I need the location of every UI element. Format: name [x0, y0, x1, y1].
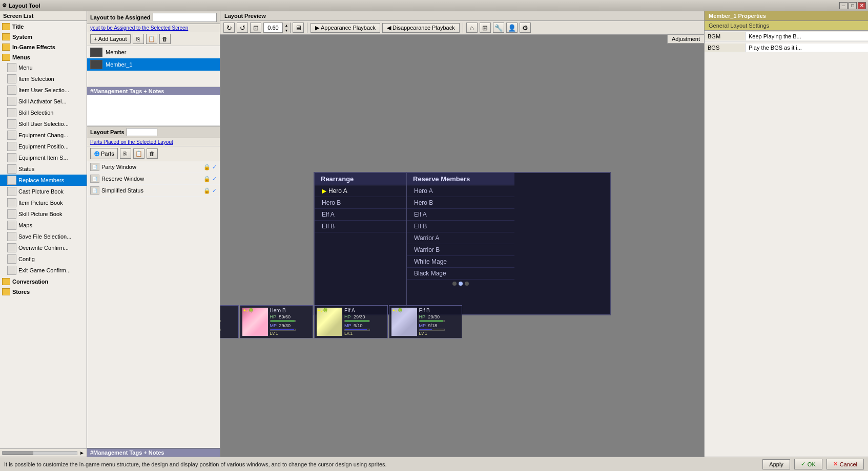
part-item-reserve-window[interactable]: 📄Reserve Window🔒✓: [87, 173, 220, 185]
disappearance-playback-button[interactable]: ◀ Disappearance Playback: [382, 23, 460, 33]
scale-up-button[interactable]: ▲: [283, 23, 290, 28]
adjustment-button[interactable]: Adjustment: [667, 35, 704, 44]
screen-icon: [7, 97, 16, 106]
folder-icon: [2, 44, 10, 51]
ok-button[interactable]: ✓ OK: [794, 459, 822, 469]
maximize-button[interactable]: □: [849, 2, 857, 9]
delete-part-button[interactable]: 🗑: [147, 148, 158, 159]
title-bar: ⚙ Layout Tool ─ □ ✕: [0, 0, 868, 11]
avatar-elf-b: ✦♪🍀: [391, 308, 417, 336]
sidebar-item-menu[interactable]: Menu: [0, 62, 87, 73]
sidebar-item-in-game-effects[interactable]: In-Game Effects: [0, 41, 87, 52]
add-layout-button[interactable]: + Add Layout: [90, 34, 131, 44]
screen-list-scrollbar[interactable]: [2, 451, 77, 455]
sidebar-item-title[interactable]: Title: [0, 21, 87, 31]
paste-layout-button[interactable]: 📋: [146, 34, 157, 44]
hp-row-hero-a: HP 79/80: [220, 314, 236, 319]
apply-button[interactable]: Apply: [762, 459, 790, 469]
reserve-item-hero-b: Hero B: [407, 197, 514, 209]
scale-input[interactable]: 0.60: [264, 25, 282, 31]
sidebar-item-maps[interactable]: Maps: [0, 220, 87, 231]
check-icon[interactable]: ✓: [212, 176, 217, 182]
scale-down-button[interactable]: ▼: [283, 28, 290, 33]
sidebar-item-skill-picture-book[interactable]: Skill Picture Book: [0, 208, 87, 220]
sidebar-item-status[interactable]: Status: [0, 163, 87, 175]
settings-button[interactable]: ⚙: [520, 23, 531, 33]
lock-icon[interactable]: 🔒: [203, 164, 211, 170]
copy-layout-button[interactable]: ⎘: [133, 34, 144, 44]
layout-parts-subheader: Parts Placed on the Selected Layout: [87, 138, 220, 146]
appearance-playback-button[interactable]: ▶ Appearance Playback: [311, 23, 380, 33]
prop-label: BGM: [705, 32, 746, 40]
layout-thumbnail: [90, 60, 102, 69]
layout-thumbnail: [90, 48, 102, 57]
part-item-simplified-status[interactable]: 📄Simplified Status🔒✓: [87, 185, 220, 197]
sidebar-item-stores[interactable]: Stores: [0, 286, 87, 296]
game-panels: Rearrange ▶Hero A Hero B Elf A Elf B: [315, 173, 610, 314]
sidebar-item-menus[interactable]: Menus: [0, 52, 87, 62]
sidebar-item-exit-game-confirm[interactable]: Exit Game Confirm...: [0, 265, 87, 276]
scale-input-container: 0.60 ▲ ▼: [263, 23, 291, 33]
mp-label-elf-a: MP: [344, 323, 353, 328]
cancel-label: Cancel: [840, 461, 857, 467]
sidebar-item-skill-user-selection[interactable]: Skill User Selectio...: [0, 118, 87, 130]
prop-value[interactable]: Keep Playing the B...: [746, 32, 868, 40]
display-button[interactable]: 🖥: [293, 23, 304, 33]
tool-button[interactable]: 🔧: [493, 23, 504, 33]
minimize-button[interactable]: ─: [839, 2, 848, 9]
sidebar-item-item-user-selection[interactable]: Item User Selectio...: [0, 84, 87, 96]
sidebar-item-item-selection[interactable]: Item Selection: [0, 73, 87, 84]
screen-list-body: TitleSystemIn-Game EffectsMenusMenuItem …: [0, 21, 87, 448]
sidebar-item-config[interactable]: Config: [0, 253, 87, 265]
sidebar-item-system[interactable]: System: [0, 31, 87, 41]
scroll-right-arrow[interactable]: ►: [79, 450, 85, 456]
back-button[interactable]: ↺: [237, 23, 248, 33]
check-icon[interactable]: ✓: [212, 187, 217, 194]
sidebar-item-equipment-position[interactable]: Equipment Positio...: [0, 141, 87, 152]
lock-icon[interactable]: 🔒: [203, 187, 211, 194]
user-button[interactable]: 👤: [506, 23, 518, 33]
parts-search-input[interactable]: [127, 128, 157, 136]
sidebar-item-save-file-selection[interactable]: Save File Selection...: [0, 231, 87, 242]
delete-layout-button[interactable]: 🗑: [159, 34, 171, 44]
layout-item-member1[interactable]: Member_1: [87, 58, 220, 71]
prop-value[interactable]: Play the BGS as it i...: [746, 44, 868, 52]
sidebar-item-conversation[interactable]: Conversation: [0, 276, 87, 286]
sidebar-item-label: Status: [18, 166, 34, 172]
grid-button[interactable]: ⊞: [480, 23, 491, 33]
layout-item-member[interactable]: Member: [87, 46, 220, 58]
play-icon: ▶: [315, 25, 319, 31]
lock-icon[interactable]: 🔒: [203, 176, 211, 182]
refresh-button[interactable]: ↻: [223, 23, 235, 33]
fit-button[interactable]: ⊡: [250, 23, 261, 33]
layout-search-input[interactable]: [153, 13, 217, 22]
layout-assign-subheader[interactable]: yout to be Assigned to the Selected Scre…: [87, 24, 220, 32]
sidebar-item-replace-members[interactable]: Replace Members: [0, 175, 87, 186]
sidebar-item-equipment-change[interactable]: Equipment Chang...: [0, 130, 87, 141]
party-member-hero-b: ✦♪🍀 Hero B HP 59/60 MP: [240, 305, 314, 338]
mp-val-elf-a: 9/10: [354, 323, 363, 328]
part-item-party-window[interactable]: 📄Party Window🔒✓: [87, 161, 220, 173]
sidebar-item-overwrite-confirm[interactable]: Overwrite Confirm...: [0, 242, 87, 253]
sidebar-item-item-picture-book[interactable]: Item Picture Book: [0, 197, 87, 208]
sidebar-item-skill-activator-sel[interactable]: Skill Activator Sel...: [0, 96, 87, 107]
sidebar-item-skill-selection[interactable]: Skill Selection: [0, 107, 87, 118]
party-member-info-hero-b: Hero B HP 59/60 MP 29/30: [270, 308, 311, 336]
paste-part-button[interactable]: 📋: [133, 148, 144, 159]
add-parts-button[interactable]: ⊕ Parts: [90, 148, 118, 159]
mgmt-tags-body[interactable]: [87, 95, 220, 126]
dot-3: [465, 282, 469, 286]
check-icon[interactable]: ✓: [212, 164, 217, 170]
close-button[interactable]: ✕: [858, 2, 866, 9]
layout-assign-header: Layout to be Assigned: [87, 11, 220, 24]
copy-part-button[interactable]: ⎘: [120, 148, 131, 159]
cancel-button[interactable]: ✕ Cancel: [826, 459, 864, 469]
sidebar-item-cast-picture-book[interactable]: Cast Picture Book: [0, 186, 87, 197]
preview-canvas[interactable]: Adjustment Rearrange ▶Hero A Hero B: [220, 35, 704, 457]
prop-row-bgm: BGMKeep Playing the B...: [705, 31, 868, 42]
sidebar-item-equipment-item-s[interactable]: Equipment Item S...: [0, 152, 87, 163]
part-label: Simplified Status: [101, 187, 143, 194]
member-name-hero-b: Hero B: [270, 308, 311, 313]
rearrange-header: Rearrange: [315, 173, 406, 185]
home-button[interactable]: ⌂: [466, 23, 478, 33]
